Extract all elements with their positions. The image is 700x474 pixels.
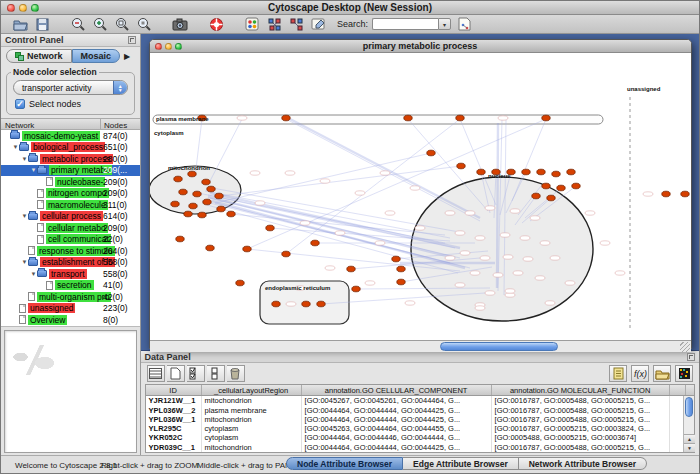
network-node[interactable] bbox=[391, 256, 399, 262]
table-row[interactable]: YPL036W__1mitochondrion[GO:0044464, GO:0… bbox=[146, 415, 694, 424]
expand-arrow-icon[interactable]: ▼ bbox=[30, 167, 37, 173]
network-node[interactable] bbox=[661, 191, 669, 197]
tree-row[interactable]: unassigned223(0) bbox=[1, 303, 140, 315]
network-view-window[interactable]: primary metabolic process plasma membran… bbox=[149, 39, 692, 349]
expand-arrow-icon[interactable]: ▼ bbox=[30, 271, 37, 277]
tree-row[interactable]: nitrogen compo209(0) bbox=[1, 188, 140, 200]
network-node[interactable] bbox=[281, 251, 289, 257]
network-node[interactable] bbox=[242, 246, 250, 252]
expand-arrow-icon[interactable]: ▼ bbox=[12, 144, 19, 150]
network-node[interactable] bbox=[521, 169, 529, 175]
float-data-panel-icon[interactable] bbox=[687, 353, 695, 361]
network-node[interactable] bbox=[183, 211, 191, 217]
table-row[interactable]: YJR121W__1mitochondrion[GO:0045267, GO:0… bbox=[146, 396, 694, 405]
zoom-in-button[interactable] bbox=[91, 16, 109, 32]
network-node[interactable] bbox=[455, 115, 463, 121]
unselect-attributes-button[interactable] bbox=[207, 365, 225, 382]
network-node[interactable] bbox=[202, 199, 210, 205]
tree-row[interactable]: ▼metabolic process280(0) bbox=[1, 153, 140, 165]
tab-mosaic[interactable]: Mosaic bbox=[72, 49, 121, 63]
tree-row[interactable]: cellular metabo209(0) bbox=[1, 222, 140, 234]
column-header[interactable]: _cellularLayoutRegion bbox=[202, 385, 302, 395]
help-button[interactable] bbox=[207, 16, 225, 32]
network-horizontal-scrollbar[interactable] bbox=[150, 340, 691, 352]
network-node[interactable] bbox=[310, 240, 318, 246]
new-attribute-button[interactable] bbox=[167, 365, 185, 382]
tree-row[interactable]: cell communicat22(0) bbox=[1, 234, 140, 246]
network-node[interactable] bbox=[271, 301, 279, 307]
notes-button[interactable] bbox=[609, 365, 627, 382]
import-attributes-button[interactable] bbox=[653, 365, 671, 382]
tab-edge-attribute-browser[interactable]: Edge Attribute Browser bbox=[403, 457, 519, 470]
tree-row[interactable]: ▼cellular process614(0) bbox=[1, 211, 140, 223]
select-nodes-checkbox[interactable]: ✓ bbox=[15, 99, 25, 109]
network-node[interactable] bbox=[201, 179, 209, 185]
network-node[interactable] bbox=[265, 225, 273, 231]
column-header[interactable]: ID bbox=[146, 385, 202, 395]
network-node[interactable] bbox=[476, 169, 484, 175]
column-header[interactable] bbox=[670, 385, 686, 395]
tree-row[interactable]: ▼transport558(0) bbox=[1, 268, 140, 280]
tab-network[interactable]: Network bbox=[6, 49, 72, 63]
network-node[interactable] bbox=[541, 183, 549, 189]
column-header[interactable]: annotation.GO CELLULAR_COMPONENT bbox=[302, 385, 492, 395]
snapshot-button[interactable] bbox=[171, 16, 189, 32]
network-node[interactable] bbox=[396, 279, 404, 285]
table-vertical-scrollbar[interactable]: ▲ ▼ bbox=[683, 396, 694, 452]
network-node[interactable] bbox=[351, 286, 359, 292]
network-node[interactable] bbox=[216, 206, 224, 212]
tree-row[interactable]: ▼establishment of lo558(0) bbox=[1, 257, 140, 269]
window-titlebar[interactable]: Cytoscape Desktop (New Session) bbox=[1, 1, 699, 15]
network-node[interactable] bbox=[206, 186, 214, 192]
expand-arrow-icon[interactable]: ▼ bbox=[21, 213, 28, 219]
open-button[interactable] bbox=[11, 16, 29, 32]
window-resize-grip[interactable] bbox=[680, 342, 690, 352]
network-node[interactable] bbox=[226, 211, 234, 217]
network-node[interactable] bbox=[205, 245, 213, 251]
network-node[interactable] bbox=[170, 201, 178, 207]
vizmapper-button[interactable] bbox=[243, 16, 261, 32]
birdseye-view[interactable] bbox=[4, 330, 137, 453]
search-input[interactable] bbox=[372, 18, 438, 30]
table-row[interactable]: YDR039C__1mitochondrion[GO:0044464, GO:0… bbox=[146, 443, 694, 452]
network-node[interactable] bbox=[173, 176, 181, 182]
network-node[interactable] bbox=[541, 115, 549, 121]
network-node[interactable] bbox=[531, 193, 539, 199]
network-node[interactable] bbox=[188, 203, 196, 209]
zoom-fit-button[interactable] bbox=[113, 16, 131, 32]
tree-row[interactable]: response to stimulu264(0) bbox=[1, 245, 140, 257]
vscroll-thumb[interactable] bbox=[685, 397, 693, 417]
network-node[interactable] bbox=[536, 169, 544, 175]
network-node[interactable] bbox=[281, 115, 289, 121]
network-node[interactable] bbox=[192, 191, 200, 197]
network-node[interactable] bbox=[566, 169, 574, 175]
network-node[interactable] bbox=[426, 150, 434, 156]
attribute-table-button[interactable] bbox=[147, 365, 165, 382]
zoom-out-button[interactable] bbox=[69, 16, 87, 32]
network-node[interactable] bbox=[301, 301, 309, 307]
network-node[interactable] bbox=[680, 191, 688, 197]
network-file-button[interactable] bbox=[455, 16, 473, 32]
network-node[interactable] bbox=[396, 266, 404, 272]
tree-row[interactable]: multi-organism pro42(0) bbox=[1, 291, 140, 303]
matrix-button[interactable] bbox=[675, 365, 693, 382]
tree-row[interactable]: Overview8(0) bbox=[1, 314, 140, 326]
network-node[interactable] bbox=[403, 115, 411, 121]
table-row[interactable]: YKR052Ccytoplasm[GO:0044464, GO:0044446,… bbox=[146, 433, 694, 442]
tab-overflow-arrow[interactable]: ▶ bbox=[124, 52, 130, 61]
annotation-button[interactable] bbox=[309, 16, 327, 32]
column-header[interactable]: annotation.GO MOLECULAR_FUNCTION bbox=[492, 385, 670, 395]
tree-row[interactable]: secretion41(0) bbox=[1, 280, 140, 292]
network-node[interactable] bbox=[571, 183, 579, 189]
scroll-down-arrow[interactable]: ▼ bbox=[684, 443, 695, 452]
search-dropdown-button[interactable]: ▾ bbox=[438, 18, 451, 30]
tree-row[interactable]: macromolecule311(0) bbox=[1, 199, 140, 211]
float-panel-icon[interactable] bbox=[128, 36, 136, 44]
network-node[interactable] bbox=[178, 189, 186, 195]
network-node[interactable] bbox=[316, 301, 324, 307]
network-node[interactable] bbox=[556, 185, 564, 191]
scroll-up-arrow[interactable]: ▲ bbox=[684, 434, 695, 443]
node-color-combo[interactable]: transporter activity ▲▼ bbox=[13, 80, 128, 95]
expand-arrow-icon[interactable]: ▼ bbox=[21, 156, 28, 162]
network-node[interactable] bbox=[346, 266, 354, 272]
